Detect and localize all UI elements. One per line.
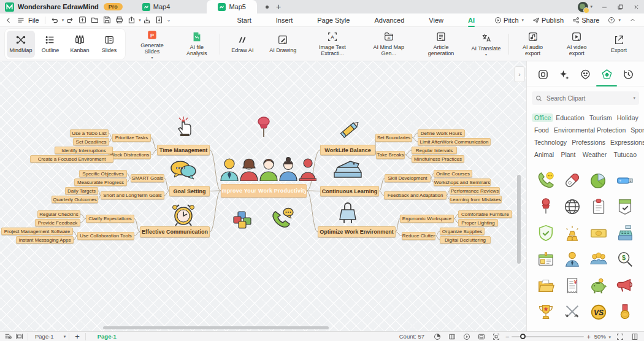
zoom-in-icon[interactable]: + xyxy=(586,333,590,340)
mindmap-node-leaf[interactable]: Identify Interruptions xyxy=(55,147,113,154)
mindmap-node-sub[interactable]: Reduce Clutter xyxy=(402,232,435,240)
tab-insert[interactable]: Insert xyxy=(264,13,305,27)
mindmap-node-leaf[interactable]: Proper Lighting xyxy=(458,219,498,226)
mindmap-node-sub[interactable]: Take Breaks xyxy=(376,151,405,159)
category-technology[interactable]: Technology xyxy=(532,138,569,147)
zoom-out-icon[interactable]: − xyxy=(505,333,509,340)
cash-register-clipart[interactable] xyxy=(616,224,634,242)
file-folder-clipart[interactable] xyxy=(537,277,555,295)
mindmap-node-leaf[interactable]: Workshops and Seminars xyxy=(434,178,491,186)
category-weather[interactable]: Weather xyxy=(580,150,610,159)
save-as-icon[interactable] xyxy=(153,14,166,26)
ai-drawing-button[interactable]: AIAI Drawing xyxy=(263,29,303,59)
ai-mind-map-gen-button[interactable]: AIAI Mind Map Gen... xyxy=(361,29,416,59)
mindmap-node-leaf[interactable]: Regular Intervals xyxy=(412,147,457,154)
mindmap-node-leaf[interactable]: Specific Objectives xyxy=(79,170,127,177)
mindmap-node-leaf[interactable]: Mindfulness Practices xyxy=(412,155,464,163)
team-clipart[interactable] xyxy=(589,250,608,269)
page-layout-icon[interactable] xyxy=(629,332,640,341)
collapse-ribbon-icon[interactable] xyxy=(626,17,639,23)
mindmap-node-leaf[interactable]: Create a Focused Environment xyxy=(30,155,113,163)
mindmap-node-sub[interactable]: SMART Goals xyxy=(131,174,164,182)
mindmap-node-leaf[interactable]: Regular CheckIns xyxy=(37,210,80,218)
pitch-button[interactable]: Pitch▾ xyxy=(491,17,527,24)
mindmap-node-main[interactable]: WorkLife Balance xyxy=(320,145,375,155)
mindmap-node-sub[interactable]: Short and LongTerm Goals xyxy=(101,191,164,199)
phone-handset-clipart[interactable] xyxy=(270,207,295,229)
card-view-icon[interactable] xyxy=(476,332,487,341)
generate-slides-button[interactable]: PGenerate Slides▾ xyxy=(129,29,175,59)
mindmap-node-sub[interactable]: Ergonomic Workspace xyxy=(400,215,454,223)
zoom-slider[interactable]: − + xyxy=(505,333,591,340)
id-card-clipart[interactable] xyxy=(537,250,555,269)
share-export-icon[interactable] xyxy=(125,14,137,26)
horizontal-scrollbar[interactable] xyxy=(103,326,329,329)
mindmap-node-leaf[interactable]: Learning from Mistakes xyxy=(450,196,502,203)
mindmap-node-leaf[interactable]: Digital Decluttering xyxy=(440,236,491,243)
panel-clipart-tab[interactable] xyxy=(598,66,615,82)
chat-bubbles-clipart[interactable] xyxy=(169,159,197,181)
whistle-clipart[interactable] xyxy=(563,171,581,190)
tab-ai[interactable]: AI xyxy=(456,13,487,27)
businessman-clipart[interactable] xyxy=(563,250,581,269)
mindmap-node-leaf[interactable]: Daily Targets xyxy=(65,187,98,194)
panel-shape-tab[interactable] xyxy=(534,66,551,82)
gold-bars-clipart[interactable] xyxy=(563,224,581,242)
dropdown-caret-icon[interactable]: ▾ xyxy=(485,53,487,56)
puzzle-clipart[interactable] xyxy=(232,210,254,229)
zoom-level[interactable]: 50% ▾ xyxy=(594,333,611,340)
export-button[interactable]: Export xyxy=(599,29,639,59)
category-expressions[interactable]: Expressions xyxy=(608,138,644,147)
mindmap-node-leaf[interactable]: Quarterly Outcomes xyxy=(52,196,98,203)
close-button[interactable] xyxy=(628,0,644,13)
help-button[interactable]: ? ▾ xyxy=(605,17,624,24)
category-professions[interactable]: Professions xyxy=(569,138,608,147)
mindmap-node-leaf[interactable]: Measurable Progress xyxy=(74,178,127,186)
redo-icon[interactable] xyxy=(64,14,76,26)
mindmap-node-leaf[interactable]: Project Management Software xyxy=(1,228,73,235)
ai-file-analysis-button[interactable]: AI file Analysis xyxy=(175,29,218,59)
piggy-bank-clipart[interactable] xyxy=(589,277,608,295)
import-icon[interactable] xyxy=(141,14,153,26)
vs-coin-clipart[interactable]: VS xyxy=(589,303,608,321)
image-text-extracti-button[interactable]: AImage Text Extracti... xyxy=(303,29,361,59)
mindmap-node-sub[interactable]: Skill Development xyxy=(385,174,431,182)
new-tab-button[interactable]: + xyxy=(276,2,281,12)
ai-video-export-button[interactable]: AIAI video export xyxy=(555,29,599,59)
mindmap-node-main[interactable]: Goal Setting xyxy=(169,186,210,196)
mindmap-node-sub[interactable]: Feedback and Adaptation xyxy=(384,191,447,199)
avatar-caret-icon[interactable]: ▾ xyxy=(590,4,592,9)
highlighter-clipart[interactable] xyxy=(338,119,362,140)
mindmap-node-sub[interactable]: Block Distractions xyxy=(109,151,151,159)
mindmap-node-main[interactable]: Optimize Work Environment xyxy=(318,226,396,237)
usb-drive-clipart[interactable] xyxy=(616,171,634,190)
print-icon[interactable] xyxy=(113,14,125,26)
share-button[interactable]: Share xyxy=(569,17,602,24)
panel-sticker-tab[interactable] xyxy=(577,66,594,82)
clipart-search[interactable]: ▾ xyxy=(532,91,639,105)
phone-message-clipart[interactable] xyxy=(537,171,555,190)
mindmap-node-leaf[interactable]: Set Deadlines xyxy=(73,138,109,145)
mindmap-node-sub[interactable]: Prioritize Tasks xyxy=(112,134,151,142)
category-animal[interactable]: Animal xyxy=(532,150,556,159)
mindmap-node-main[interactable]: Continuous Learning xyxy=(320,186,379,196)
panel-recent-tab[interactable] xyxy=(619,66,637,82)
mindmap-node-leaf[interactable]: Limit AfterWork Communication xyxy=(418,138,491,145)
invoice-clipart[interactable]: ¥ xyxy=(563,277,581,295)
category-holiday[interactable]: Holiday xyxy=(615,113,641,122)
medal-clipart[interactable] xyxy=(616,303,634,321)
category-tourism[interactable]: Tourism xyxy=(587,113,615,122)
category-food[interactable]: Food xyxy=(532,126,551,134)
globe-clipart[interactable] xyxy=(563,197,581,216)
category-education[interactable]: Education xyxy=(553,113,587,122)
zoom-slider-knob[interactable] xyxy=(520,334,526,339)
ai-translate-button[interactable]: AI Translate▾ xyxy=(466,29,507,59)
search-money-clipart[interactable]: $ xyxy=(616,250,634,269)
tab-page-style[interactable]: Page Style xyxy=(305,13,362,27)
view-slides[interactable]: Slides xyxy=(95,31,123,58)
view-kanban[interactable]: Kanban xyxy=(66,31,94,58)
article-generation-button[interactable]: AIArticle generation xyxy=(416,29,466,59)
timer-icon[interactable] xyxy=(432,332,443,341)
mindmap-node-leaf[interactable]: Performance Reviews xyxy=(450,187,500,194)
pie-chart-clipart[interactable] xyxy=(589,171,608,190)
